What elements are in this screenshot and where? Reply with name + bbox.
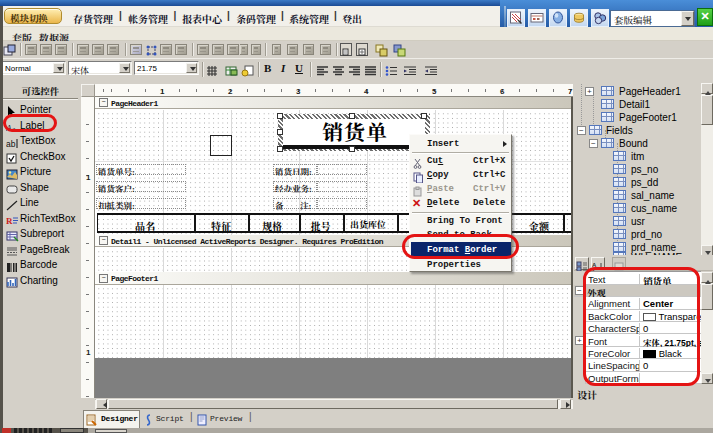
- svg-text:ab: ab: [6, 139, 16, 149]
- svg-text:R: R: [6, 216, 13, 226]
